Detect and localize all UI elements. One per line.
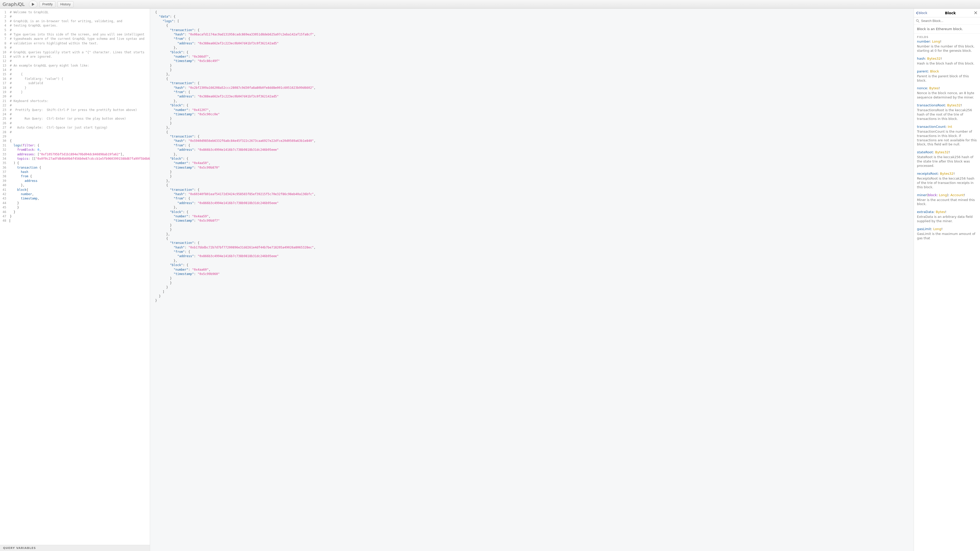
docs-field-nonce[interactable]: nonce: Bytes!Nonce is the block nonce, a… xyxy=(917,86,977,100)
history-button[interactable]: History xyxy=(57,1,73,7)
field-signature: nonce: Bytes! xyxy=(917,86,977,90)
docs-search-row xyxy=(914,17,980,24)
docs-field-hash[interactable]: hash: Bytes32!Hash is the block hash of … xyxy=(917,57,977,66)
topbar: GraphiQL Prettify History xyxy=(0,0,980,9)
query-editor[interactable]: 1234567891011121314151617181920212223242… xyxy=(0,9,150,545)
docs-header: block Block xyxy=(914,9,980,17)
field-description: TransactionCount is the number of transa… xyxy=(917,130,977,147)
app-logo: GraphiQL xyxy=(3,2,25,7)
docs-pane: block Block Block is an Ethereum block. … xyxy=(914,9,980,551)
field-signature: gasLimit: Long! xyxy=(917,227,977,231)
play-icon xyxy=(32,3,35,6)
field-signature: transactionsRoot: Bytes32! xyxy=(917,103,977,107)
main: 1234567891011121314151617181920212223242… xyxy=(0,9,980,551)
result-code[interactable]: { "data": { "logs": [ { "transaction": {… xyxy=(150,9,914,305)
docs-close-button[interactable] xyxy=(974,11,978,15)
docs-field-receiptsRoot[interactable]: receiptsRoot: Bytes32!ReceiptsRoot is th… xyxy=(917,171,977,189)
field-description: GasLimit is the maximum amount of gas th… xyxy=(917,232,977,241)
docs-fields-label: FIELDS xyxy=(914,34,980,40)
field-description: Miner is the account that mined this blo… xyxy=(917,198,977,206)
search-icon xyxy=(916,19,920,23)
docs-fields-list[interactable]: number: Long!Number is the number of thi… xyxy=(914,40,980,551)
field-description: Parent is the parent block of this block… xyxy=(917,74,977,83)
prettify-button[interactable]: Prettify xyxy=(40,1,56,7)
field-signature: miner(block: Long): Account! xyxy=(917,193,977,197)
docs-field-extraData[interactable]: extraData: Bytes!ExtraData is an arbitra… xyxy=(917,210,977,224)
field-description: TransactionsRoot is the keccak256 hash o… xyxy=(917,108,977,121)
docs-type-description: Block is an Ethereum block. xyxy=(914,24,980,34)
docs-field-transactionsRoot[interactable]: transactionsRoot: Bytes32!TransactionsRo… xyxy=(917,103,977,121)
query-editor-pane: 1234567891011121314151617181920212223242… xyxy=(0,9,150,551)
docs-field-number[interactable]: number: Long!Number is the number of thi… xyxy=(917,40,977,53)
field-description: Hash is the block hash of this block. xyxy=(917,62,977,66)
execute-button[interactable] xyxy=(29,1,38,8)
field-description: Nonce is the block nonce, an 8 byte sequ… xyxy=(917,91,977,100)
docs-field-parent[interactable]: parent: BlockParent is the parent block … xyxy=(917,69,977,83)
field-description: ExtraData is an arbitrary data field sup… xyxy=(917,215,977,224)
result-pane: { "data": { "logs": [ { "transaction": {… xyxy=(150,9,914,551)
svg-point-0 xyxy=(916,19,918,21)
docs-search-input[interactable] xyxy=(921,19,978,23)
docs-field-gasLimit[interactable]: gasLimit: Long!GasLimit is the maximum a… xyxy=(917,227,977,241)
field-signature: transactionCount: Int xyxy=(917,125,977,129)
docs-field-transactionCount[interactable]: transactionCount: IntTransactionCount is… xyxy=(917,125,977,147)
field-description: StateRoot is the keccak256 hash of the s… xyxy=(917,155,977,168)
docs-back-button[interactable]: block xyxy=(916,11,928,15)
field-signature: receiptsRoot: Bytes32! xyxy=(917,171,977,176)
field-signature: number: Long! xyxy=(917,40,977,43)
line-gutter: 1234567891011121314151617181920212223242… xyxy=(0,9,8,545)
field-description: Number is the number of this block, star… xyxy=(917,44,977,53)
docs-field-stateRoot[interactable]: stateRoot: Bytes32!StateRoot is the kecc… xyxy=(917,150,977,168)
docs-title: Block xyxy=(928,11,974,15)
field-signature: parent: Block xyxy=(917,69,977,73)
close-icon xyxy=(974,11,977,14)
query-code[interactable]: # Welcome to GraphiQL # # GraphiQL is an… xyxy=(8,9,150,545)
field-description: ReceiptsRoot is the keccak256 hash of th… xyxy=(917,176,977,189)
field-signature: extraData: Bytes! xyxy=(917,210,977,214)
docs-field-miner[interactable]: miner(block: Long): Account!Miner is the… xyxy=(917,193,977,206)
query-variables-bar[interactable]: QUERY VARIABLES xyxy=(0,545,150,551)
chevron-left-icon xyxy=(916,11,918,14)
field-signature: stateRoot: Bytes32! xyxy=(917,150,977,154)
field-signature: hash: Bytes32! xyxy=(917,57,977,60)
